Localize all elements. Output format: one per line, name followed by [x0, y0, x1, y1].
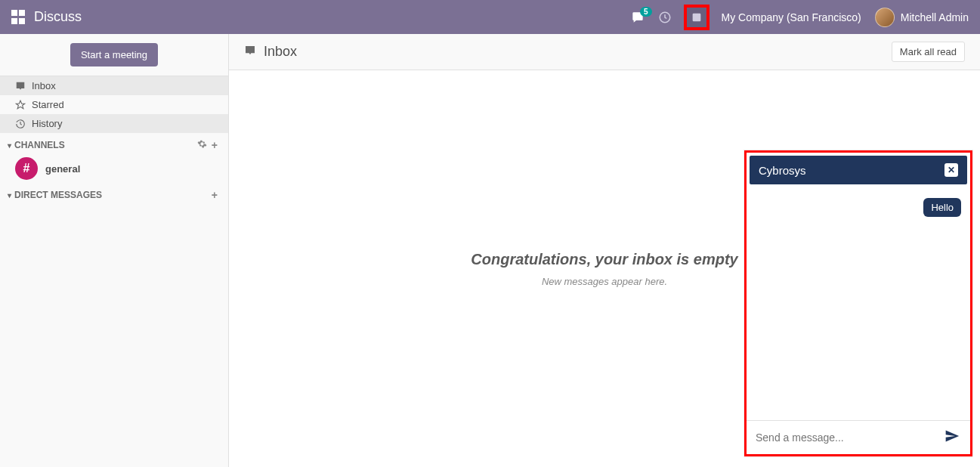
cybrosys-icon[interactable]: [685, 6, 708, 29]
chat-body: Hello: [747, 187, 970, 420]
chat-input-row: [747, 420, 970, 454]
plus-icon[interactable]: +: [212, 139, 218, 151]
chat-message: Hello: [923, 198, 961, 217]
activities-icon[interactable]: [658, 11, 672, 24]
sidebar: Start a meeting Inbox Starred History: [0, 34, 229, 467]
gear-icon[interactable]: [197, 139, 207, 151]
chevron-down-icon: ▾: [8, 191, 11, 199]
nav-inbox[interactable]: Inbox: [0, 76, 228, 95]
svg-rect-1: [692, 13, 700, 21]
messages-badge: 5: [640, 7, 652, 17]
nav-list: Inbox Starred History: [0, 76, 228, 133]
plus-icon[interactable]: +: [212, 189, 218, 201]
chat-title: Cybrosys: [759, 164, 806, 177]
nav-label: Inbox: [32, 80, 56, 91]
apps-icon[interactable]: [11, 10, 26, 25]
inbox-icon: [15, 81, 26, 91]
send-icon[interactable]: [943, 428, 961, 447]
app-title: Discuss: [34, 9, 82, 25]
dm-header[interactable]: ▾ DIRECT MESSAGES +: [0, 183, 228, 204]
close-icon[interactable]: ✕: [944, 163, 958, 177]
star-icon: [15, 100, 26, 110]
avatar: [875, 8, 895, 27]
nav-starred[interactable]: Starred: [0, 95, 228, 114]
empty-subtext: New messages appear here.: [542, 276, 667, 287]
user-menu[interactable]: Mitchell Admin: [875, 8, 969, 27]
channel-name: general: [45, 163, 80, 175]
company-selector[interactable]: My Company (San Francisco): [722, 11, 861, 23]
hash-icon: #: [15, 157, 38, 180]
inbox-icon: [244, 45, 256, 60]
chat-window: Cybrosys ✕ Hello: [744, 150, 972, 456]
nav-label: History: [32, 118, 62, 129]
chat-header[interactable]: Cybrosys ✕: [750, 156, 967, 184]
nav-label: Starred: [32, 99, 64, 110]
user-name: Mitchell Admin: [901, 11, 969, 23]
nav-history[interactable]: History: [0, 114, 228, 133]
empty-heading: Congratulations, your inbox is empty: [471, 251, 737, 268]
chevron-down-icon: ▾: [8, 141, 11, 150]
channel-general[interactable]: # general: [0, 154, 228, 183]
topbar: Discuss 5 My Company (San Francisco) Mit…: [0, 0, 980, 34]
start-meeting-button[interactable]: Start a meeting: [70, 43, 158, 66]
messages-icon[interactable]: 5: [631, 11, 645, 23]
chat-input[interactable]: [756, 431, 943, 444]
main-header: Inbox Mark all read: [229, 34, 980, 70]
channels-header[interactable]: ▾ CHANNELS +: [0, 133, 228, 154]
page-title: Inbox: [264, 44, 892, 60]
history-icon: [15, 119, 26, 129]
mark-all-read-button[interactable]: Mark all read: [892, 42, 965, 62]
